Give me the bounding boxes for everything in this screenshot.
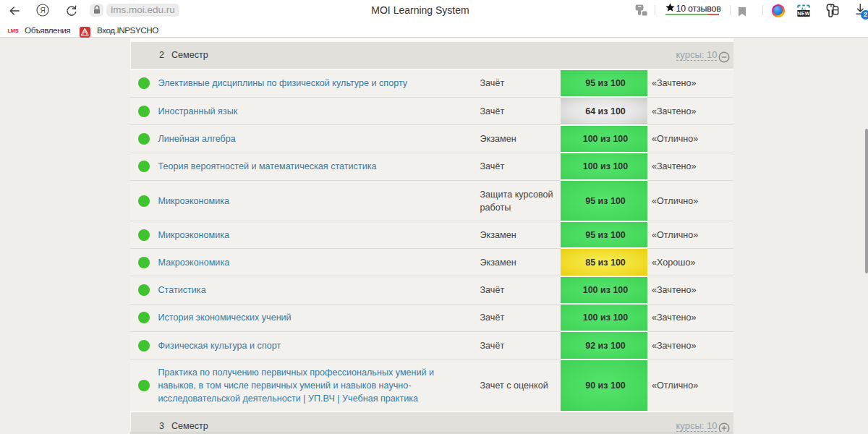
svg-text:Я: Я: [40, 7, 45, 14]
svg-text:NEW: NEW: [798, 11, 810, 16]
